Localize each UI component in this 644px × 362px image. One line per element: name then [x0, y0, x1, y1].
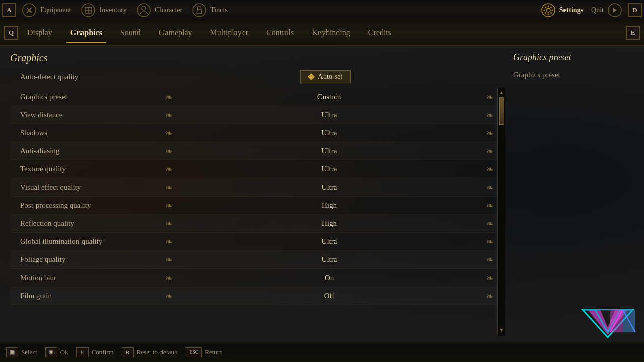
- bottom-bar: ▣ Select ◉ Ok E Confirm R Reset to defau…: [0, 342, 644, 362]
- logo: [578, 305, 638, 340]
- next-button-post-processing[interactable]: ❧: [482, 200, 497, 211]
- prev-button-graphics-preset[interactable]: ❧: [161, 92, 176, 103]
- next-button-visual-effect-quality[interactable]: ❧: [482, 182, 497, 193]
- setting-name-graphics-preset: Graphics preset: [10, 93, 161, 101]
- settings-rows: Graphics preset ❧ Custom ❧ View distance…: [10, 88, 497, 336]
- bottom-action-confirm: E Confirm: [76, 347, 114, 357]
- setting-row-global-illumination: Global illumination quality ❧ Ultra ❧: [10, 233, 497, 251]
- setting-name-shadows: Shadows: [10, 129, 161, 137]
- prev-button-texture-quality[interactable]: ❧: [161, 164, 176, 175]
- svg-point-12: [547, 5, 549, 7]
- svg-point-14: [543, 9, 545, 11]
- prev-button-film-grain[interactable]: ❧: [161, 291, 176, 302]
- auto-set-diamond-icon: [308, 73, 315, 80]
- next-button-graphics-preset[interactable]: ❧: [482, 92, 497, 103]
- setting-value-motion-blur: On: [309, 274, 349, 282]
- settings-right-key[interactable]: E: [626, 26, 640, 40]
- settings-scrollbar[interactable]: ▲ ▼: [497, 88, 505, 336]
- next-button-anti-aliasing[interactable]: ❧: [482, 146, 497, 157]
- nav-item-equipment[interactable]: Equipment: [16, 0, 75, 20]
- next-button-global-illumination[interactable]: ❧: [482, 236, 497, 247]
- settings-left-key[interactable]: Q: [4, 26, 18, 40]
- next-button-reflection-quality[interactable]: ❧: [482, 218, 497, 229]
- svg-point-16: [545, 7, 546, 8]
- reset-label: Reset to default: [137, 348, 178, 356]
- right-panel-item: Graphics preset: [513, 69, 634, 81]
- prev-button-visual-effect-quality[interactable]: ❧: [161, 182, 176, 193]
- tab-multiplayer[interactable]: Multiplayer: [201, 24, 258, 41]
- tab-controls[interactable]: Controls: [257, 24, 303, 41]
- character-icon: [135, 1, 153, 19]
- prev-button-shadows[interactable]: ❧: [161, 128, 176, 139]
- select-key: ▣: [6, 347, 18, 357]
- tab-gameplay[interactable]: Gameplay: [150, 24, 201, 41]
- select-label: Select: [21, 348, 37, 356]
- nav-item-quit[interactable]: Quit: [587, 0, 628, 20]
- next-button-film-grain[interactable]: ❧: [482, 291, 497, 302]
- next-button-shadows[interactable]: ❧: [482, 128, 497, 139]
- tab-graphics[interactable]: Graphics: [61, 24, 111, 41]
- confirm-key: E: [76, 347, 89, 357]
- next-button-texture-quality[interactable]: ❧: [482, 164, 497, 175]
- tab-sound[interactable]: Sound: [111, 24, 150, 41]
- tab-display[interactable]: Display: [18, 24, 61, 41]
- return-label: Return: [205, 348, 222, 356]
- tincts-icon: [190, 1, 208, 19]
- scrollbar-arrow-up[interactable]: ▲: [499, 88, 504, 97]
- setting-name-texture-quality: Texture quality: [10, 165, 161, 173]
- svg-point-17: [550, 12, 552, 14]
- setting-value-foliage-quality: Ultra: [309, 255, 349, 264]
- setting-row-visual-effect-quality: Visual effect quality ❧ Ultra ❧: [10, 178, 497, 197]
- prev-button-view-distance[interactable]: ❧: [161, 110, 176, 121]
- setting-name-view-distance: View distance: [10, 111, 161, 119]
- nav-item-tincts[interactable]: Tincts: [186, 0, 232, 20]
- return-key: ESC: [186, 347, 202, 357]
- nav-item-inventory[interactable]: Inventory: [75, 0, 130, 20]
- setting-row-view-distance: View distance ❧ Ultra ❧: [10, 106, 497, 124]
- setting-name-reflection-quality: Reflection quality: [10, 219, 161, 228]
- main-content: Graphics Auto-detect quality Auto-set Gr…: [0, 46, 644, 342]
- bottom-action-return: ESC Return: [186, 347, 222, 357]
- bottom-action-reset: R Reset to default: [122, 347, 178, 357]
- tab-keybinding[interactable]: Keybinding: [303, 24, 359, 41]
- equipment-icon: [20, 1, 38, 19]
- setting-name-motion-blur: Motion blur: [10, 274, 161, 282]
- tab-credits[interactable]: Credits: [359, 24, 400, 41]
- settings-navigation: Q Display Graphics Sound Gameplay Multip…: [0, 20, 644, 46]
- svg-point-15: [551, 9, 553, 11]
- prev-button-anti-aliasing[interactable]: ❧: [161, 146, 176, 157]
- ok-key: ◉: [45, 347, 57, 357]
- prev-button-post-processing[interactable]: ❧: [161, 200, 176, 211]
- prev-button-foliage-quality[interactable]: ❧: [161, 254, 176, 265]
- auto-detect-row: Auto-detect quality Auto-set: [10, 68, 505, 86]
- svg-point-18: [550, 7, 552, 8]
- settings-icon: [539, 1, 557, 19]
- svg-point-8: [193, 4, 206, 17]
- nav-item-settings[interactable]: Settings: [535, 0, 587, 20]
- prev-button-global-illumination[interactable]: ❧: [161, 236, 176, 247]
- prev-button-reflection-quality[interactable]: ❧: [161, 218, 176, 229]
- setting-row-post-processing: Post-processing quality ❧ High ❧: [10, 197, 497, 215]
- nav-item-character[interactable]: Character: [131, 0, 186, 20]
- next-button-view-distance[interactable]: ❧: [482, 110, 497, 121]
- scrollbar-arrow-down[interactable]: ▼: [499, 326, 504, 334]
- setting-value-texture-quality: Ultra: [309, 165, 349, 173]
- right-key-button[interactable]: D: [628, 3, 642, 17]
- right-panel: Graphics preset Graphics preset: [513, 52, 634, 336]
- left-key-button[interactable]: A: [2, 3, 16, 17]
- prev-button-motion-blur[interactable]: ❧: [161, 273, 176, 284]
- setting-value-global-illumination: Ultra: [309, 237, 349, 246]
- reset-key: R: [122, 347, 134, 357]
- setting-value-graphics-preset: Custom: [309, 93, 349, 101]
- auto-set-button[interactable]: Auto-set: [300, 70, 351, 83]
- auto-detect-label: Auto-detect quality: [10, 73, 161, 81]
- setting-row-reflection-quality: Reflection quality ❧ High ❧: [10, 215, 497, 233]
- setting-value-film-grain: Off: [309, 292, 349, 300]
- svg-point-1: [28, 9, 31, 12]
- next-button-motion-blur[interactable]: ❧: [482, 273, 497, 284]
- svg-point-19: [545, 12, 546, 14]
- next-button-foliage-quality[interactable]: ❧: [482, 254, 497, 265]
- setting-value-post-processing: High: [309, 201, 349, 210]
- section-title: Graphics: [10, 52, 505, 64]
- scrollbar-thumb[interactable]: [499, 97, 504, 125]
